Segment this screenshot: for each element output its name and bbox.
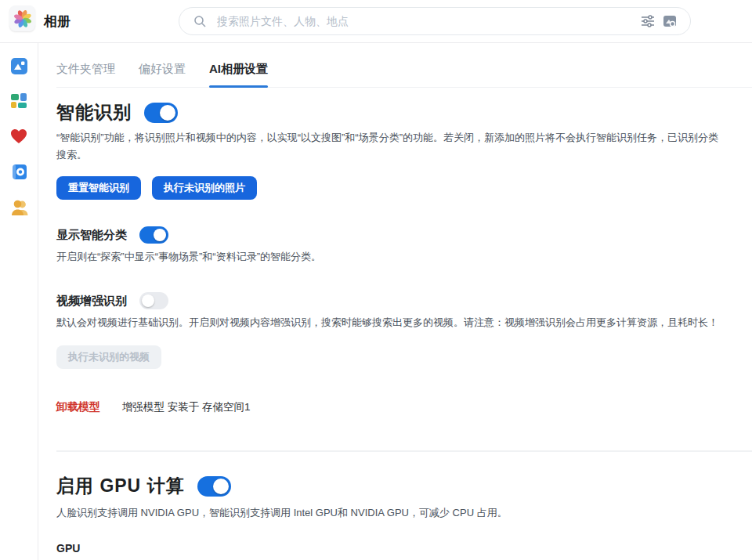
uninstall-model-link[interactable]: 卸载模型 [56, 400, 100, 414]
app-title: 相册 [44, 13, 70, 31]
photos-icon [10, 57, 28, 75]
image-search-icon[interactable] [659, 10, 681, 32]
search-bar[interactable] [179, 7, 691, 35]
sidebar [0, 43, 38, 560]
video-enhanced-toggle[interactable] [139, 292, 168, 309]
smart-recognition-actions: 重置智能识别 执行未识别的照片 [56, 176, 752, 200]
show-smart-categories-toggle[interactable] [139, 226, 168, 244]
people-sharing-icon [10, 199, 28, 215]
run-unrecognized-videos-button[interactable]: 执行未识别的视频 [56, 345, 161, 369]
tab-bar: 文件夹管理 偏好设置 AI相册设置 [56, 62, 752, 88]
settings-content: 文件夹管理 偏好设置 AI相册设置 智能识别 “智能识别”功能，将识别照片和视频… [38, 43, 752, 560]
tab-ai-album-settings[interactable]: AI相册设置 [209, 62, 268, 87]
gpu-select-label: GPU [56, 542, 752, 555]
reset-smart-recognition-button[interactable]: 重置智能识别 [56, 176, 141, 200]
model-row: 卸载模型 增强模型 安装于 存储空间1 [56, 400, 752, 414]
sidebar-item-photos[interactable] [9, 56, 29, 76]
album-book-icon [11, 164, 27, 180]
video-enhanced-desc: 默认会对视频进行基础识别。开启则对视频内容增强识别，搜索时能够搜索出更多的视频。… [56, 314, 752, 331]
sidebar-item-albums[interactable] [9, 161, 29, 182]
gpu-compute-toggle[interactable] [197, 476, 231, 497]
smart-recognition-desc: “智能识别”功能，将识别照片和视频中的内容，以实现“以文搜图”和“场景分类”的功… [56, 129, 752, 164]
smart-recognition-title: 智能识别 [56, 100, 132, 125]
video-enhanced-actions: 执行未识别的视频 [56, 345, 752, 369]
favorites-heart-icon [10, 128, 27, 144]
sidebar-item-people[interactable] [9, 197, 29, 217]
explore-categories-icon [10, 92, 27, 110]
search-icon [189, 10, 211, 32]
filter-sliders-icon[interactable] [637, 10, 659, 32]
gpu-desc: 人脸识别支持调用 NVIDIA GPU，智能识别支持调用 Intel GPU和 … [56, 504, 752, 522]
app-header: 相册 [0, 0, 752, 43]
gpu-section-header: 启用 GPU 计算 [56, 474, 752, 498]
show-smart-categories-title: 显示智能分类 [56, 228, 127, 243]
tab-preferences[interactable]: 偏好设置 [139, 62, 186, 87]
video-enhanced-header: 视频增强识别 [56, 292, 752, 309]
search-input[interactable] [217, 15, 637, 27]
app-logo [9, 5, 35, 31]
tab-folder-management[interactable]: 文件夹管理 [56, 62, 115, 87]
model-status-text: 增强模型 安装于 存储空间1 [122, 400, 251, 414]
smart-recognition-header: 智能识别 [56, 100, 752, 125]
show-smart-categories-desc: 开启则在“探索”中显示“事物场景”和“资料记录”的智能分类。 [56, 248, 752, 266]
section-divider [56, 450, 752, 452]
video-enhanced-title: 视频增强识别 [56, 294, 127, 309]
run-unrecognized-photos-button[interactable]: 执行未识别的照片 [152, 176, 257, 200]
show-smart-categories-header: 显示智能分类 [56, 226, 752, 244]
sidebar-item-favorites[interactable] [9, 126, 29, 146]
gpu-section-title: 启用 GPU 计算 [56, 474, 185, 498]
smart-recognition-toggle[interactable] [144, 103, 178, 123]
pinwheel-flower-icon [13, 9, 33, 29]
sidebar-item-explore[interactable] [9, 91, 29, 111]
